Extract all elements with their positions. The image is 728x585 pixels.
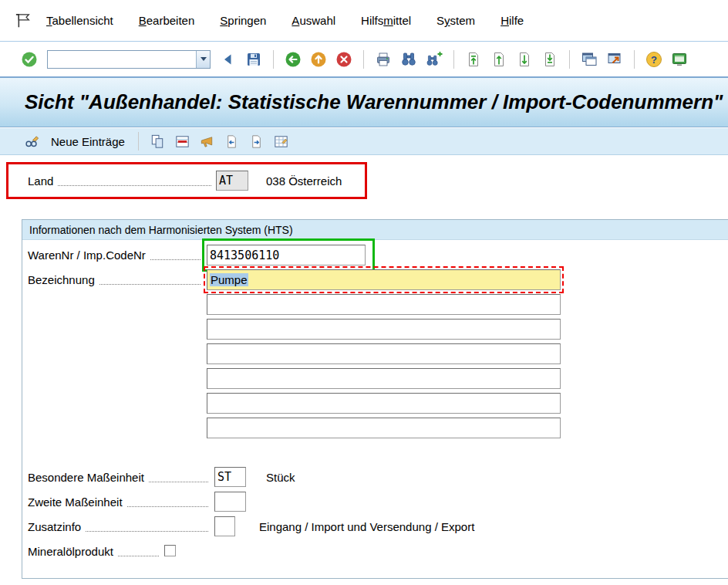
sap-window: Tabellensicht Bearbeiten Springen Auswah…	[0, 0, 728, 585]
megaphone-icon	[198, 133, 216, 150]
land-description: 038 Österreich	[266, 174, 342, 188]
enter-icon	[20, 50, 39, 69]
dotted-leader	[99, 284, 201, 285]
help-button[interactable]: ?	[645, 50, 663, 69]
page-title: Sicht "Außenhandel: Statistische Warennu…	[25, 90, 723, 114]
zusatzinfo-description: Eingang / Import und Versendung / Export	[259, 519, 474, 534]
display-change-icon	[23, 133, 41, 150]
chevron-down-icon	[201, 57, 207, 61]
bezeichnung-selected-text: Pumpe	[210, 273, 248, 286]
copy-as-button[interactable]	[149, 133, 167, 150]
new-session-button[interactable]	[580, 50, 598, 69]
land-field[interactable]	[216, 171, 248, 191]
collapse-command-button[interactable]	[219, 50, 238, 69]
bezeichnung-extra-field-6[interactable]	[207, 418, 561, 438]
land-label-row: Land	[28, 174, 213, 188]
warennr-label-row: WarenNr / Imp.CodeNr	[28, 248, 202, 262]
save-button[interactable]	[244, 50, 263, 69]
toolbar-separator	[138, 132, 139, 150]
delete-entry-icon	[174, 133, 191, 150]
back-icon	[284, 50, 302, 69]
dotted-leader	[86, 531, 208, 532]
mineraloelprodukt-checkbox[interactable]	[164, 545, 176, 556]
zusatzinfo-label-row: Zusatzinfo	[28, 519, 210, 534]
bezeichnung-extra-field-4[interactable]	[207, 368, 561, 389]
toolbar-separator	[273, 50, 274, 69]
prev-entry-button[interactable]	[223, 133, 241, 150]
zweite-masseinheit-label-row: Zweite Maßeinheit	[28, 495, 210, 509]
display-change-button[interactable]	[23, 133, 41, 150]
toolbar-separator	[453, 50, 454, 69]
menu-auswahl[interactable]: Auswahl	[292, 14, 335, 27]
toolbar-separator	[363, 50, 364, 69]
bezeichnung-extra-field-3[interactable]	[207, 343, 561, 364]
toolbar-separator	[634, 50, 635, 69]
next-page-button[interactable]	[515, 50, 534, 69]
menu-hilfsmittel[interactable]: Hilfsmittel	[361, 14, 411, 27]
last-page-button[interactable]	[541, 50, 559, 69]
next-entry-button[interactable]	[248, 133, 265, 150]
create-shortcut-button[interactable]	[605, 50, 624, 69]
bezeichnung-extra-field-5[interactable]	[207, 393, 561, 414]
dotted-leader	[58, 185, 211, 186]
back-button[interactable]	[284, 50, 302, 69]
dotted-leader	[150, 259, 201, 260]
enter-button[interactable]	[20, 50, 39, 69]
hts-group-title: Informationen nach dem Harmonisierten Sy…	[22, 220, 728, 240]
help-icon: ?	[645, 50, 663, 69]
menu-tabellensicht[interactable]: Tabellensicht	[46, 14, 113, 27]
menu-system[interactable]: System	[436, 14, 475, 27]
zusatzinfo-label: Zusatzinfo	[28, 519, 81, 534]
warennr-label: WarenNr / Imp.CodeNr	[28, 248, 146, 262]
bezeichnung-label: Bezeichnung	[28, 272, 95, 287]
customize-layout-icon	[670, 50, 689, 69]
previous-page-button[interactable]	[490, 50, 508, 69]
bezeichnung-extra-field-1[interactable]	[207, 294, 561, 315]
find-icon	[399, 50, 418, 69]
command-field[interactable]	[47, 50, 211, 69]
menu-bearbeiten[interactable]: Bearbeiten	[139, 14, 195, 27]
table-edit-icon	[272, 133, 290, 150]
menu-hilfe[interactable]: Hilfe	[501, 14, 524, 27]
bezeichnung-field[interactable]: Pumpe	[207, 269, 561, 290]
previous-page-icon	[490, 50, 508, 69]
besondere-masseinheit-description: Stück	[266, 470, 295, 485]
customize-layout-button[interactable]	[670, 50, 689, 69]
find-button[interactable]	[399, 50, 418, 69]
prev-entry-icon	[223, 133, 241, 150]
last-page-icon	[541, 50, 559, 69]
find-next-button[interactable]	[425, 50, 443, 69]
copy-as-icon	[149, 133, 167, 150]
command-dropdown-button[interactable]	[196, 51, 210, 68]
cancel-icon	[335, 50, 353, 69]
land-label: Land	[28, 174, 53, 188]
bezeichnung-extra-field-2[interactable]	[207, 319, 561, 340]
table-edit-button[interactable]	[272, 133, 290, 150]
delete-entry-button[interactable]	[174, 133, 191, 150]
first-page-button[interactable]	[464, 50, 483, 69]
menu-springen[interactable]: Springen	[220, 14, 266, 27]
print-button[interactable]	[374, 50, 393, 69]
besondere-masseinheit-field[interactable]	[214, 467, 246, 487]
besondere-masseinheit-label-row: Besondere Maßeinheit	[28, 470, 210, 485]
new-entries-button[interactable]: Neue Einträge	[48, 134, 128, 150]
zusatzinfo-field[interactable]	[214, 516, 235, 536]
zweite-masseinheit-field[interactable]	[214, 492, 246, 512]
command-input[interactable]	[48, 51, 196, 68]
exit-button[interactable]	[309, 50, 328, 69]
exit-icon	[309, 50, 328, 69]
svg-text:?: ?	[651, 53, 657, 65]
megaphone-button[interactable]	[198, 133, 216, 150]
mineraloelprodukt-label: Mineralölprodukt	[28, 544, 113, 559]
dotted-leader	[127, 506, 208, 507]
collapse-command-icon	[219, 50, 238, 69]
menu-bar: Tabellensicht Bearbeiten Springen Auswah…	[0, 0, 728, 42]
next-entry-icon	[248, 133, 265, 150]
new-session-icon	[580, 50, 598, 69]
find-next-icon	[425, 50, 443, 69]
application-toolbar: Neue Einträge	[0, 128, 728, 155]
cancel-button[interactable]	[335, 50, 353, 69]
title-bar: Sicht "Außenhandel: Statistische Warennu…	[0, 78, 728, 127]
system-menu-icon[interactable]	[12, 11, 32, 31]
warennr-field[interactable]	[207, 245, 366, 265]
